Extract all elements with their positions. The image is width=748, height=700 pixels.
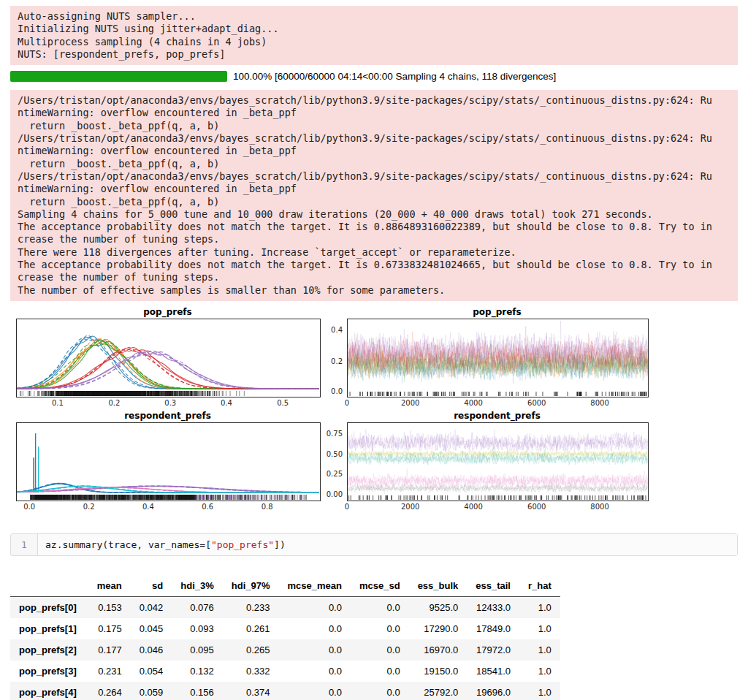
table-row: pop_prefs[3] 0.231 0.054 0.132 0.332 0.0… [10,661,560,682]
cell: 0.153 [88,596,131,618]
x-tick-label: 2000 [401,399,419,407]
cell: 0.0 [279,596,351,618]
y-tick-label: 0.4 [331,326,343,334]
y-tick-label: 0.50 [327,450,343,458]
col-header: mcse_sd [351,575,409,597]
cell: 0.095 [172,639,223,661]
col-header: ess_tail [467,575,519,597]
cell: 0.177 [88,639,131,661]
execution-count: 1 [11,534,37,555]
cell: 17290.0 [409,618,468,639]
cell: 0.093 [172,618,223,639]
col-header: hdi_3% [172,575,223,597]
cell: 0.261 [223,618,279,639]
cell: 1.0 [519,661,560,682]
progress-label: 100.00% [60000/60000 04:14<00:00 Samplin… [233,71,556,82]
cell: 17972.0 [467,639,519,661]
cell: 1.0 [519,639,560,661]
table-row: pop_prefs[1] 0.175 0.045 0.093 0.261 0.0… [10,618,560,639]
trace-plot-respondent-prefs: respondent_prefs 0.75 0.50 0.25 0.00 0 2… [347,411,647,511]
cell: 0.045 [131,618,172,639]
x-tick-label: 8000 [590,399,608,407]
cell: 12433.0 [467,596,519,618]
notebook-page: Auto-assigning NUTS sampler... Initializ… [0,6,748,700]
cell: 0.0 [351,682,409,700]
trace-canvas-respondent-prefs [347,422,649,501]
col-header: r_hat [519,575,560,597]
col-header: sd [131,575,172,597]
cell: 0.046 [131,639,172,661]
stderr-log-main: /Users/tristan/opt/anaconda3/envs/bayes_… [10,90,738,301]
y-tick-label: 0.00 [327,490,343,498]
cell: 0.265 [223,639,279,661]
trace-plot-pop-prefs: pop_prefs 0.4 0.2 0.0 0 2000 4000 6000 8… [347,307,647,408]
cell: 0.059 [131,682,172,700]
col-header: hdi_97% [223,575,279,597]
progress-bar [10,71,227,82]
table-row: pop_prefs[4] 0.264 0.059 0.156 0.374 0.0… [10,682,560,700]
cell: 0.054 [131,661,172,682]
table-row: pop_prefs[0] 0.153 0.042 0.076 0.233 0.0… [10,596,560,618]
x-tick-label: 0.1 [52,399,64,407]
x-tick-label: 6000 [527,503,546,511]
x-tick-label: 0 [345,503,349,511]
sampling-progress: 100.00% [60000/60000 04:14<00:00 Samplin… [10,70,738,82]
cell: 0.132 [172,661,223,682]
cell: 0.374 [223,682,279,700]
x-axis: 0.0 0.2 0.4 0.6 0.8 [16,501,319,511]
code-cell[interactable]: 1 az.summary(trace, var_names=["pop_pref… [10,533,738,556]
col-header: mean [88,575,131,597]
x-tick-label: 0 [345,399,349,407]
stderr-log-top: Auto-assigning NUTS sampler... Initializ… [10,6,738,65]
row-header: pop_prefs[3] [10,661,88,682]
cell: 0.0 [279,618,351,639]
row-header: pop_prefs[2] [10,639,88,661]
cell: 0.0 [279,682,351,700]
cell: 1.0 [519,682,560,700]
col-header: mcse_mean [279,575,351,597]
cell: 0.231 [88,661,131,682]
arviz-trace-plots: pop_prefs 0.1 0.2 0.3 0.4 0.5 pop_prefs … [10,307,741,514]
x-tick-label: 2000 [401,503,419,511]
plot-title: pop_prefs [347,307,647,319]
x-tick-label: 0.4 [221,399,232,407]
cell: 19150.0 [409,661,468,682]
cell: 0.175 [88,618,131,639]
kde-plot-pop-prefs: pop_prefs 0.1 0.2 0.3 0.4 0.5 [16,307,319,408]
x-tick-label: 0.8 [262,503,273,511]
cell: 25792.0 [409,682,468,700]
x-tick-label: 0.2 [109,399,121,407]
code-input[interactable]: az.summary(trace, var_names=["pop_prefs"… [37,534,737,555]
x-tick-label: 0.2 [83,503,95,511]
y-axis: 0.75 0.50 0.25 0.00 [324,422,345,501]
cell: 0.0 [279,639,351,661]
cell: 1.0 [519,618,560,639]
y-tick-label: 0.25 [327,470,343,478]
y-tick-label: 0.2 [331,357,343,365]
cell: 0.156 [172,682,223,700]
x-axis: 0 2000 4000 6000 8000 [347,397,647,408]
kde-canvas-respondent-prefs [16,422,321,501]
plot-title: pop_prefs [16,307,319,319]
x-tick-label: 0.6 [202,503,213,511]
x-axis: 0.1 0.2 0.3 0.4 0.5 [16,397,319,408]
x-tick-label: 0.4 [142,503,154,511]
index-header [10,575,88,597]
cell: 0.0 [351,639,409,661]
kde-canvas-pop-prefs [16,319,321,397]
table-header-row: mean sd hdi_3% hdi_97% mcse_mean mcse_sd… [10,575,560,597]
cell: 9525.0 [409,596,468,618]
cell: 0.0 [351,618,409,639]
table-row: pop_prefs[2] 0.177 0.046 0.095 0.265 0.0… [10,639,560,661]
x-tick-label: 4000 [464,399,482,407]
cell: 0.076 [172,596,223,618]
y-tick-label: 0.0 [331,387,343,395]
row-header: pop_prefs[0] [10,596,88,618]
cell: 19696.0 [467,682,519,700]
x-tick-label: 0.3 [164,399,176,407]
row-header: pop_prefs[1] [10,618,88,639]
cell: 17849.0 [467,618,519,639]
x-tick-label: 4000 [464,503,482,511]
cell: 0.042 [131,596,172,618]
kde-plot-respondent-prefs: respondent_prefs 0.0 0.2 0.4 0.6 0.8 [16,411,319,511]
